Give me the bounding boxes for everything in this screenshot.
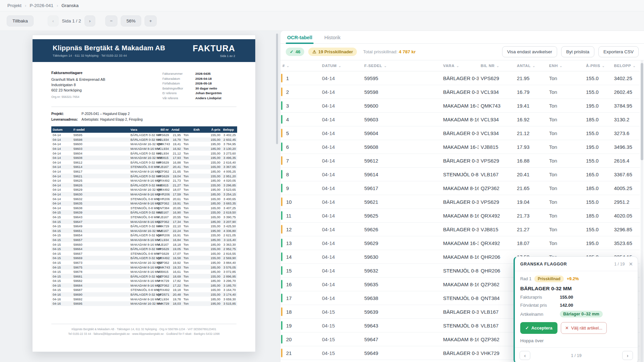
row-number: 10 xyxy=(280,195,320,209)
cell-vara: MAKADAM 8-16 MM xyxy=(441,333,479,346)
zoom-level-button[interactable]: 56% xyxy=(121,15,141,26)
ocr-row[interactable]: 13 04-14 59629 MAKADAM 16-32 MM QRX492 1… xyxy=(280,236,640,250)
choose-correct-article-button[interactable]: ✕ Välj rätt artikel... xyxy=(561,322,607,334)
invoice-meta-row: Fakturanummer 2026-0435 xyxy=(162,71,222,76)
change-pricelist-button[interactable]: Byt prislista xyxy=(561,46,594,57)
ocr-row[interactable]: 6 04-14 59608 MAKADAM 16-32 MM VJB815 17… xyxy=(280,140,640,154)
flag-field-forvantat-pris: Förväntat pris 142.00 xyxy=(520,303,632,308)
invoice-meta-row: Vår referens Anders Lindqvist xyxy=(162,96,222,101)
breadcrumb-projekt[interactable]: Projekt xyxy=(7,3,21,8)
cell-fsedel: 59630 xyxy=(362,250,441,264)
cell-belopp: 2602.45 xyxy=(612,85,640,99)
recipient-line: Granhult Mark & Entreprenad AB xyxy=(51,77,105,82)
cell-datum: 04-14 xyxy=(320,71,362,85)
cell-antal: 19.41 xyxy=(515,99,547,113)
skip-link[interactable]: Hoppa över xyxy=(520,338,632,343)
ocr-col-header[interactable]: Å-PRIS⌄ xyxy=(584,60,612,71)
export-csv-button[interactable]: Exportera CSV xyxy=(598,46,639,57)
row-number: 4 xyxy=(280,113,320,126)
zoom-in-button[interactable]: + xyxy=(145,15,157,26)
cell-antal: 16.92 xyxy=(515,113,547,126)
cell-bilnr: VCL934 xyxy=(479,85,515,99)
ocr-col-header[interactable]: ANTAL⌄ xyxy=(515,60,547,71)
ocr-row[interactable]: 1 04-14 59595 BÄRLAGER 0-32 MM VPS629 21… xyxy=(280,71,640,85)
ocr-col-header[interactable]: VARA⌄ xyxy=(441,60,479,71)
ocr-row[interactable]: 9 04-14 59617 MAKADAM 8-16 MM QZP362 21.… xyxy=(280,181,640,195)
accept-button[interactable]: ✓ Acceptera xyxy=(520,322,557,334)
tab-ocr-tabell[interactable]: OCR-tabell xyxy=(286,32,314,43)
cell-fsedel: 59600 xyxy=(362,99,441,113)
tab-historik[interactable]: Historik xyxy=(323,32,342,43)
ocr-col-header[interactable]: BIL NR⌄ xyxy=(479,60,515,71)
cell-apris: 195.0 xyxy=(584,140,612,154)
cell-fsedel: 59643 xyxy=(362,319,441,333)
viewer-scrollbar[interactable] xyxy=(276,34,278,144)
invoice-row: 04-1559684MAKADAM 8-16 MM QZP36217,22Ton… xyxy=(51,283,237,288)
row-number: 7 xyxy=(280,154,320,168)
ocr-row[interactable]: 10 04-14 59621 BÄRLAGER 0-32 MM VPS629 1… xyxy=(280,195,640,209)
warning-icon: ⚠ xyxy=(312,49,316,54)
invoice-banner: Klippnäs Bergtäkt & Makadam AB Täktvägen… xyxy=(33,39,255,62)
prev-flag-button[interactable]: ‹ xyxy=(520,351,530,360)
back-button[interactable]: Tillbaka xyxy=(7,15,34,26)
prev-page-button[interactable]: ‹ xyxy=(48,15,59,26)
zoom-out-button[interactable]: − xyxy=(105,15,117,26)
x-icon: ✕ xyxy=(565,325,569,330)
cell-fsedel: 59595 xyxy=(362,71,441,85)
ocr-row[interactable]: 11 04-14 59625 MAKADAM 8-16 MM QRX492 21… xyxy=(280,209,640,223)
cell-fsedel: 59603 xyxy=(362,113,441,126)
viewer-toolbar: Tillbaka ‹ Sida 1 / 2 › − 56% + xyxy=(0,11,644,31)
ocr-col-header[interactable]: DATUM⌄ xyxy=(320,60,362,71)
invoice-row: 04-1459603MAKADAM 8-16 MM VCL93416,92Ton… xyxy=(51,146,237,151)
cell-enh: Ton xyxy=(547,140,584,154)
cell-apris: 155.0 xyxy=(584,195,612,209)
cell-fsedel: 59629 xyxy=(362,236,441,250)
cell-antal: 19.04 xyxy=(515,195,547,209)
table-scrollbar[interactable] xyxy=(641,63,643,160)
cell-apris: 155.0 xyxy=(584,126,612,140)
invoice-row: 04-1459626BÄRLAGER 0-32 MM VJB81521,27To… xyxy=(51,183,237,188)
cell-bilnr: QRX492 xyxy=(479,209,515,223)
page-indicator: Sida 1 / 2 xyxy=(62,18,81,23)
cell-apris: 155.0 xyxy=(584,154,612,168)
ocr-row[interactable]: 2 04-14 59598 BÄRLAGER 0-32 MM VCL934 16… xyxy=(280,85,640,99)
invoice-row: 04-1459625MAKADAM 8-16 MM QRX49221,73Ton… xyxy=(51,178,237,183)
ocr-row[interactable]: 8 04-14 59614 STENMJÖL 0-8 MM VLB167 20.… xyxy=(280,168,640,181)
cell-bilnr: VCL934 xyxy=(479,113,515,126)
ocr-col-header[interactable]: ENH⌄ xyxy=(547,60,584,71)
cell-bilnr: QMK743 xyxy=(479,99,515,113)
cell-bilnr: QZP362 xyxy=(479,278,515,291)
show-deviations-button[interactable]: Visa endast avvikelser xyxy=(502,46,557,57)
ocr-row[interactable]: 4 04-14 59603 MAKADAM 8-16 MM VCL934 16.… xyxy=(280,113,640,126)
invoice-row: 04-1559649BÄRLAGER 0-32 MM VHK72922,10To… xyxy=(51,224,237,229)
ocr-row[interactable]: 12 04-14 59626 BÄRLAGER 0-32 MM VJB815 2… xyxy=(280,223,640,236)
close-icon[interactable]: ✕ xyxy=(629,261,633,267)
cell-datum: 04-14 xyxy=(320,140,362,154)
cell-belopp: 3296.85 xyxy=(612,223,640,236)
invoice-row: 04-1559664BÄRLAGER 0-32 MM VPS62919,05To… xyxy=(51,247,237,251)
cell-fsedel: 59639 xyxy=(362,305,441,319)
breadcrumb-project-id[interactable]: P-2026-041 xyxy=(30,3,53,8)
ocr-col-header[interactable]: BELOPP⌄ xyxy=(612,60,640,71)
ocr-col-header[interactable]: F-SEDEL⌄ xyxy=(362,60,441,71)
cell-datum: 04-14 xyxy=(320,181,362,195)
invoice-row: 04-1559682MAKADAM 8-16 MM VHK72917,82Ton… xyxy=(51,279,237,283)
cell-vara: MAKADAM 8-16 MM xyxy=(441,250,479,264)
ocr-row[interactable]: 7 04-14 59612 BÄRLAGER 0-32 MM VPS629 16… xyxy=(280,154,640,168)
row-status-bar xyxy=(281,184,282,192)
flag-item-title: BÄRLAGER 0-32 MM xyxy=(520,286,632,292)
cell-fsedel: 59614 xyxy=(362,168,441,181)
ocr-col-header[interactable]: #⌄ xyxy=(280,60,320,71)
next-flag-button[interactable]: › xyxy=(622,351,633,360)
cell-enh: Ton xyxy=(547,85,584,99)
invoice-col-header: Bil nr xyxy=(156,126,170,133)
next-page-button[interactable]: › xyxy=(85,15,96,26)
cell-enh: Ton xyxy=(547,195,584,209)
invoice-row: 04-1659692MAKADAM 8-16 MM VCL93419,78Ton… xyxy=(51,297,237,301)
invoice-page-of: Sida 1 av 2 xyxy=(193,54,235,58)
ocr-row[interactable]: 3 04-14 59600 MAKADAM 16-32 MM QMK743 19… xyxy=(280,99,640,113)
ocr-row[interactable]: 5 04-14 59604 BÄRLAGER 0-32 MM VCL934 21… xyxy=(280,126,640,140)
cell-apris: 195.0 xyxy=(584,236,612,250)
invoice-footer: Klippnäs Bergtäkt & Makadam AB · Täktväg… xyxy=(51,324,236,336)
invoice-col-header: F-sedel xyxy=(72,126,129,133)
